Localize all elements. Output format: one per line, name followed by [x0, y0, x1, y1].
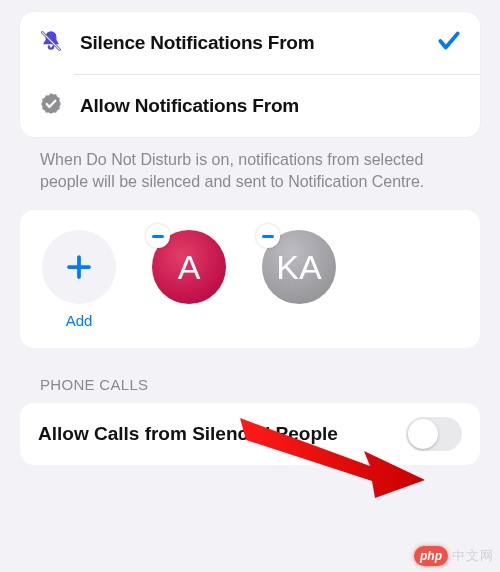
toggle-knob [408, 419, 438, 449]
option-silence-label: Silence Notifications From [80, 32, 420, 54]
add-label: Add [66, 312, 93, 330]
watermark: php 中文网 [414, 546, 494, 566]
allow-calls-label: Allow Calls from Silenced People [38, 422, 338, 446]
plus-icon [42, 230, 116, 304]
minus-icon [262, 235, 274, 238]
remove-person-button[interactable] [256, 224, 280, 248]
seal-check-icon [38, 91, 64, 121]
option-allow-from[interactable]: Allow Notifications From [20, 75, 480, 137]
section-header-phone-calls: PHONE CALLS [20, 348, 480, 403]
watermark-text: 中文网 [452, 547, 494, 565]
people-card: Add A KA [20, 210, 480, 348]
minus-icon [152, 235, 164, 238]
option-silence-from[interactable]: Silence Notifications From [20, 12, 480, 74]
bell-slash-icon [38, 28, 64, 58]
option-allow-label: Allow Notifications From [80, 95, 462, 117]
avatar-initials: KA [276, 248, 321, 287]
allow-calls-row: Allow Calls from Silenced People [20, 403, 480, 465]
notification-mode-card: Silence Notifications From Allow Notific… [20, 12, 480, 137]
person-item[interactable]: A [144, 230, 234, 330]
allow-calls-toggle[interactable] [406, 417, 462, 451]
watermark-badge: php [414, 546, 448, 566]
person-item[interactable]: KA [254, 230, 344, 330]
avatar-initials: A [178, 248, 201, 287]
add-person-button[interactable]: Add [34, 230, 124, 330]
remove-person-button[interactable] [146, 224, 170, 248]
checkmark-icon [436, 28, 462, 58]
section-description: When Do Not Disturb is on, notifications… [20, 137, 480, 210]
